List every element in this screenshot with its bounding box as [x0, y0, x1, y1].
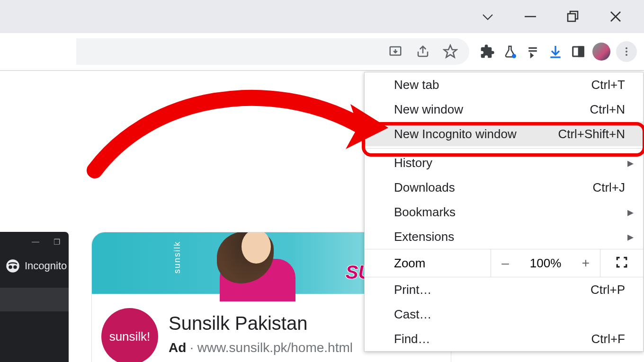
menu-label: New window [394, 102, 463, 117]
menu-label: Cast… [394, 307, 431, 322]
side-panel-icon[interactable] [570, 43, 587, 60]
menu-new-window[interactable]: New window Ctrl+N [365, 97, 643, 122]
menu-label: History [394, 156, 432, 170]
svg-rect-1 [568, 14, 575, 21]
menu-new-tab[interactable]: New tab Ctrl+T [365, 72, 643, 97]
menu-cast[interactable]: Cast… [365, 302, 643, 327]
banner-brand-text: sunsilk [172, 241, 182, 274]
menu-label: Extensions [394, 230, 454, 244]
menu-zoom-row: Zoom – 100% + [365, 249, 643, 277]
svg-rect-13 [579, 47, 583, 56]
fullscreen-button[interactable] [600, 256, 643, 270]
chevron-right-icon: ▸ [627, 230, 634, 244]
minimize-icon: — [32, 238, 39, 247]
svg-point-17 [6, 259, 19, 273]
download-icon[interactable] [547, 43, 564, 60]
maximize-icon: ❐ [54, 238, 60, 247]
svg-point-15 [626, 51, 627, 53]
svg-marker-7 [444, 45, 457, 57]
window-titlebar [0, 0, 644, 33]
bookmark-star-icon[interactable] [442, 43, 459, 60]
banner-person-image [220, 232, 295, 296]
browser-menu-button[interactable] [616, 41, 637, 62]
zoom-out-button[interactable]: – [491, 256, 519, 271]
ad-title: Sunsilk Pakistan [169, 313, 307, 334]
browser-toolbar [0, 33, 644, 71]
ad-url: www.sunsilk.pk/home.html [197, 340, 353, 355]
close-button[interactable] [608, 9, 623, 24]
menu-shortcut: Ctrl+J [592, 180, 625, 195]
extensions-puzzle-icon[interactable] [479, 43, 496, 60]
omnibox[interactable] [76, 38, 469, 65]
svg-point-14 [626, 47, 627, 49]
svg-point-18 [9, 265, 12, 269]
zoom-label: Zoom [365, 256, 491, 271]
menu-extensions[interactable]: Extensions ▸ [365, 224, 643, 249]
maximize-button[interactable] [566, 9, 580, 24]
ad-logo: sunsilk! [101, 308, 158, 362]
incognito-label-text: Incognito [25, 260, 67, 272]
menu-shortcut: Ctrl+N [590, 102, 625, 117]
chevron-right-icon: ▸ [627, 156, 634, 170]
labs-flask-icon[interactable] [501, 43, 519, 60]
menu-shortcut: Ctrl+T [591, 78, 626, 92]
media-controls-icon[interactable] [524, 43, 541, 60]
ad-badge: Ad [169, 340, 186, 355]
minimize-button[interactable] [523, 9, 537, 24]
install-app-icon[interactable] [387, 43, 404, 60]
menu-label: Print… [394, 283, 431, 297]
menu-label: Find… [394, 332, 430, 346]
menu-label: Bookmarks [394, 205, 456, 220]
annotation-highlight-box [362, 122, 644, 157]
menu-shortcut: Ctrl+F [591, 332, 626, 346]
menu-print[interactable]: Print… Ctrl+P [365, 277, 643, 302]
profile-avatar[interactable] [592, 43, 610, 61]
menu-bookmarks[interactable]: Bookmarks ▸ [365, 200, 643, 224]
incognito-toolbar [0, 288, 69, 311]
zoom-value: 100% [519, 256, 572, 271]
ad-byline: Ad · www.sunsilk.pk/home.html [169, 340, 353, 355]
menu-label: New tab [394, 78, 439, 92]
svg-point-19 [13, 265, 17, 269]
window-controls [459, 9, 644, 24]
zoom-in-button[interactable]: + [572, 256, 600, 271]
menu-shortcut: Ctrl+P [590, 283, 625, 297]
incognito-icon [6, 259, 20, 273]
incognito-window-preview[interactable]: — ❐ Incognito [0, 232, 69, 362]
tabs-dropdown-icon[interactable] [481, 9, 495, 24]
menu-label: Downloads [394, 180, 455, 195]
chevron-right-icon: ▸ [627, 205, 634, 220]
svg-point-16 [626, 54, 627, 56]
menu-find[interactable]: Find… Ctrl+F [365, 327, 643, 351]
share-icon[interactable] [414, 43, 431, 60]
menu-downloads[interactable]: Downloads Ctrl+J [365, 175, 643, 200]
browser-menu: New tab Ctrl+T New window Ctrl+N New Inc… [364, 72, 644, 352]
incognito-win-controls: — ❐ [0, 232, 69, 250]
incognito-badge: Incognito [6, 259, 69, 273]
